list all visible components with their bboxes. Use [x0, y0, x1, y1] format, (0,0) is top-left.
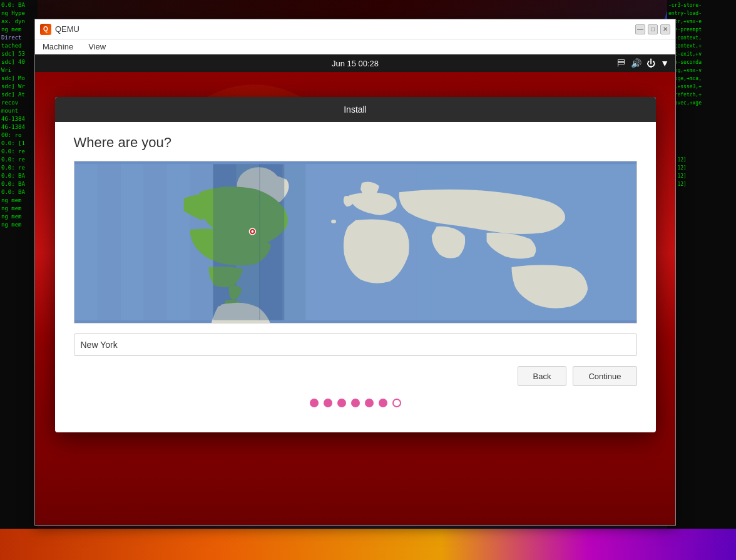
vm-content: Jun 15 00:28 ⛿ 🔊 ⏻ ▼ Install Where are [35, 54, 675, 525]
progress-dot-2 [324, 399, 332, 407]
svg-rect-1 [74, 164, 98, 320]
dialog-title: Install [344, 104, 367, 115]
svg-rect-16 [259, 164, 284, 320]
progress-dot-1 [310, 399, 319, 407]
back-button[interactable]: Back [518, 366, 567, 386]
ubuntu-wallpaper: Install Where are you? [35, 72, 675, 525]
svg-rect-3 [120, 164, 143, 320]
continue-button[interactable]: Continue [573, 366, 636, 386]
right-terminal: -cr3-store- entry-load- intr,+vmx-e ave-… [667, 0, 736, 529]
progress-dot-5 [365, 399, 374, 407]
dialog-heading: Where are you? [74, 135, 637, 151]
window-controls: — □ ✕ [635, 24, 670, 34]
taskbar [0, 529, 736, 560]
progress-dot-4 [351, 399, 360, 407]
progress-dot-6 [379, 399, 387, 407]
network-icon[interactable]: ⛿ [617, 58, 626, 68]
svg-point-18 [251, 230, 253, 233]
dialog-content: Where are you? [55, 122, 656, 432]
minimize-button[interactable]: — [635, 24, 645, 34]
dialog-titlebar: Install [55, 97, 656, 122]
progress-dot-3 [337, 399, 346, 407]
ubuntu-topbar: Jun 15 00:28 ⛿ 🔊 ⏻ ▼ [35, 54, 675, 72]
maximize-button[interactable]: □ [648, 24, 658, 34]
svg-rect-4 [143, 164, 166, 320]
volume-icon[interactable]: 🔊 [631, 58, 641, 68]
progress-dot-7 [392, 399, 401, 407]
power-icon[interactable]: ⏻ [647, 58, 655, 68]
dialog-buttons: Back Continue [74, 366, 637, 386]
world-map-svg[interactable] [74, 161, 636, 323]
qemu-titlebar: Q QEMU — □ ✕ [35, 19, 675, 39]
qemu-window: Q QEMU — □ ✕ Machine View Jun 15 00:28 ⛿… [34, 19, 676, 526]
menu-machine[interactable]: Machine [40, 41, 76, 53]
svg-rect-2 [97, 164, 120, 320]
left-terminal: 0.0: BA ng Hype ax. dyn ng mem Direct ta… [0, 0, 38, 529]
svg-rect-5 [166, 164, 190, 320]
install-dialog: Install Where are you? [55, 97, 656, 432]
location-input[interactable] [74, 333, 637, 356]
close-button[interactable]: ✕ [660, 24, 670, 34]
progress-dots [74, 399, 637, 420]
world-map[interactable] [74, 161, 637, 323]
qemu-app-icon: Q [40, 24, 51, 35]
ubuntu-datetime: Jun 15 00:28 [332, 59, 379, 68]
menu-view[interactable]: View [86, 41, 108, 53]
qemu-menubar: Machine View [35, 39, 675, 54]
svg-point-14 [331, 220, 336, 223]
svg-rect-15 [213, 164, 260, 320]
qemu-window-title: QEMU [55, 24, 635, 34]
menu-icon[interactable]: ▼ [660, 58, 669, 68]
ubuntu-topbar-icons: ⛿ 🔊 ⏻ ▼ [617, 58, 669, 68]
